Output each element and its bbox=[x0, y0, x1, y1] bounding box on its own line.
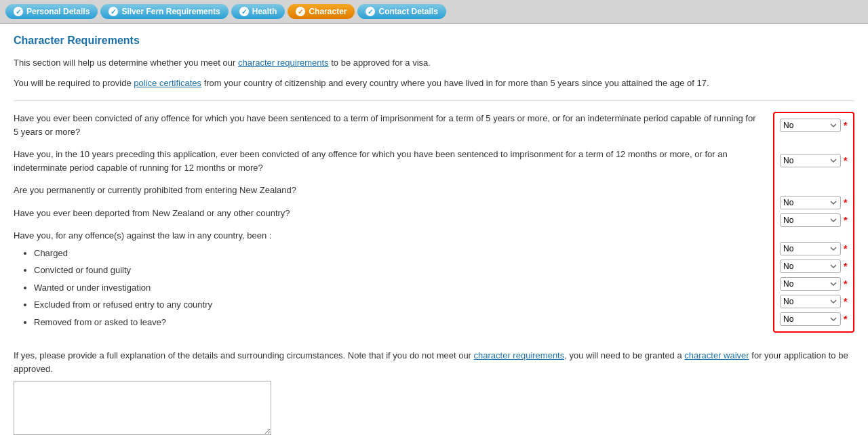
question-5-header-text: Have you, for any offence(s) against the… bbox=[14, 230, 271, 241]
dropdown-q5d[interactable]: No Yes bbox=[780, 295, 841, 308]
tab-bar: ✓Personal Details✓Silver Fern Requiremen… bbox=[0, 0, 868, 24]
tab-check-icon-health: ✓ bbox=[239, 7, 249, 16]
tab-check-icon-character: ✓ bbox=[296, 7, 305, 16]
intro-paragraph-1: This section will help us determine whet… bbox=[14, 56, 854, 70]
question-1: Have you ever been convicted of any offe… bbox=[14, 112, 760, 138]
dropdown-row-1: No Yes * bbox=[780, 119, 848, 132]
intro2-text: You will be required to provide bbox=[14, 78, 134, 88]
character-requirements-link-1[interactable]: character requirements bbox=[238, 58, 329, 68]
dropdown-q5c[interactable]: No Yes bbox=[780, 277, 841, 291]
ifyes-section: If yes, please provide a full explanatio… bbox=[14, 349, 854, 435]
required-star-5e: * bbox=[844, 314, 847, 325]
tab-label-silver-fern: Silver Fern Requirements bbox=[121, 7, 220, 16]
main-content: Character Requirements This section will… bbox=[0, 24, 868, 435]
tab-label-character: Character bbox=[309, 7, 347, 16]
tab-label-health: Health bbox=[252, 7, 277, 16]
dropdown-q3[interactable]: No Yes bbox=[780, 196, 841, 209]
intro-paragraph-2: You will be required to provide police c… bbox=[14, 77, 854, 90]
dropdown-row-5d: No Yes * bbox=[780, 295, 848, 308]
question-4-text: Have you ever been deported from New Zea… bbox=[14, 208, 290, 218]
questions-list: Have you ever been convicted of any offe… bbox=[14, 112, 760, 338]
required-star-5d: * bbox=[844, 296, 847, 307]
tab-label-contact-details: Contact Details bbox=[378, 7, 437, 16]
questions-area: Have you ever been convicted of any offe… bbox=[14, 112, 854, 338]
question-5b: Convicted or found guilty bbox=[34, 264, 760, 277]
section-title: Character Requirements bbox=[14, 35, 854, 47]
tab-label-personal-details: Personal Details bbox=[26, 7, 90, 16]
question-5-group: Have you, for any offence(s) against the… bbox=[14, 229, 760, 329]
question-5a: Charged bbox=[34, 247, 760, 260]
dropdown-row-4: No Yes * bbox=[780, 213, 848, 227]
police-certificates-link[interactable]: police certificates bbox=[134, 78, 201, 88]
question-5e: Removed from or asked to leave? bbox=[34, 316, 760, 329]
dropdown-row-2: No Yes * bbox=[780, 154, 848, 167]
question-4: Have you ever been deported from New Zea… bbox=[14, 207, 760, 220]
required-star-3: * bbox=[844, 197, 847, 208]
spacer-1 bbox=[780, 136, 848, 150]
tab-health[interactable]: ✓Health bbox=[231, 4, 285, 19]
character-waiver-link[interactable]: character waiver bbox=[684, 350, 749, 360]
dropdowns-column: No Yes * No Yes * No Yes * bbox=[773, 112, 854, 333]
spacer-3 bbox=[780, 231, 848, 238]
tab-check-icon-contact-details: ✓ bbox=[366, 7, 375, 16]
divider bbox=[14, 100, 854, 101]
required-star-5c: * bbox=[844, 278, 847, 289]
tab-silver-fern[interactable]: ✓Silver Fern Requirements bbox=[100, 4, 228, 19]
dropdown-q2[interactable]: No Yes bbox=[780, 154, 841, 167]
ifyes-paragraph: If yes, please provide a full explanatio… bbox=[14, 349, 854, 375]
tab-check-icon-silver-fern: ✓ bbox=[108, 7, 118, 16]
dropdown-q1[interactable]: No Yes bbox=[780, 119, 841, 132]
tab-personal-details[interactable]: ✓Personal Details bbox=[5, 4, 98, 19]
question-5c: Wanted or under investigation bbox=[34, 281, 760, 295]
tab-character[interactable]: ✓Character bbox=[288, 4, 355, 19]
required-star-5b: * bbox=[844, 261, 847, 272]
intro2-end-text: from your country of citizenship and eve… bbox=[201, 78, 709, 88]
question-5b-text: Convicted or found guilty bbox=[34, 265, 131, 275]
dropdown-row-5b: No Yes * bbox=[780, 260, 848, 273]
dropdown-q5a[interactable]: No Yes bbox=[780, 242, 841, 255]
dropdown-row-5c: No Yes * bbox=[780, 277, 848, 291]
question-5d: Excluded from or refused entry to any co… bbox=[34, 298, 760, 312]
explanation-textarea[interactable] bbox=[14, 381, 271, 435]
question-5d-text: Excluded from or refused entry to any co… bbox=[34, 299, 212, 310]
question-3: Are you permanently or currently prohibi… bbox=[14, 184, 760, 197]
question-5a-text: Charged bbox=[34, 248, 68, 258]
intro1-end-text: to be approved for a visa. bbox=[329, 58, 431, 68]
dropdown-row-5a: No Yes * bbox=[780, 242, 848, 255]
character-requirements-link-2[interactable]: character requirements bbox=[474, 350, 565, 360]
dropdown-q5e[interactable]: No Yes bbox=[780, 312, 841, 326]
required-star-1: * bbox=[844, 120, 847, 131]
question-5-sublist: Charged Convicted or found guilty Wanted… bbox=[14, 247, 760, 329]
required-star-2: * bbox=[844, 155, 847, 166]
dropdown-row-3: No Yes * bbox=[780, 196, 848, 209]
tab-contact-details[interactable]: ✓Contact Details bbox=[357, 4, 446, 19]
ifyes-text-middle: , you will need to be granted a bbox=[564, 350, 684, 360]
question-5e-text: Removed from or asked to leave? bbox=[34, 317, 166, 327]
tab-check-icon-personal-details: ✓ bbox=[14, 7, 23, 16]
dropdown-q5b[interactable]: No Yes bbox=[780, 260, 841, 273]
dropdown-q4[interactable]: No Yes bbox=[780, 213, 841, 227]
question-3-text: Are you permanently or currently prohibi… bbox=[14, 185, 296, 195]
question-2-text: Have you, in the 10 years preceding this… bbox=[14, 149, 728, 173]
ifyes-text-before: If yes, please provide a full explanatio… bbox=[14, 350, 474, 360]
question-2: Have you, in the 10 years preceding this… bbox=[14, 148, 760, 174]
required-star-4: * bbox=[844, 215, 847, 226]
question-1-text: Have you ever been convicted of any offe… bbox=[14, 113, 756, 137]
spacer-2 bbox=[780, 171, 848, 192]
intro1-text: This section will help us determine whet… bbox=[14, 58, 238, 68]
question-5c-text: Wanted or under investigation bbox=[34, 283, 151, 293]
dropdown-row-5e: No Yes * bbox=[780, 312, 848, 326]
required-star-5a: * bbox=[844, 243, 847, 254]
